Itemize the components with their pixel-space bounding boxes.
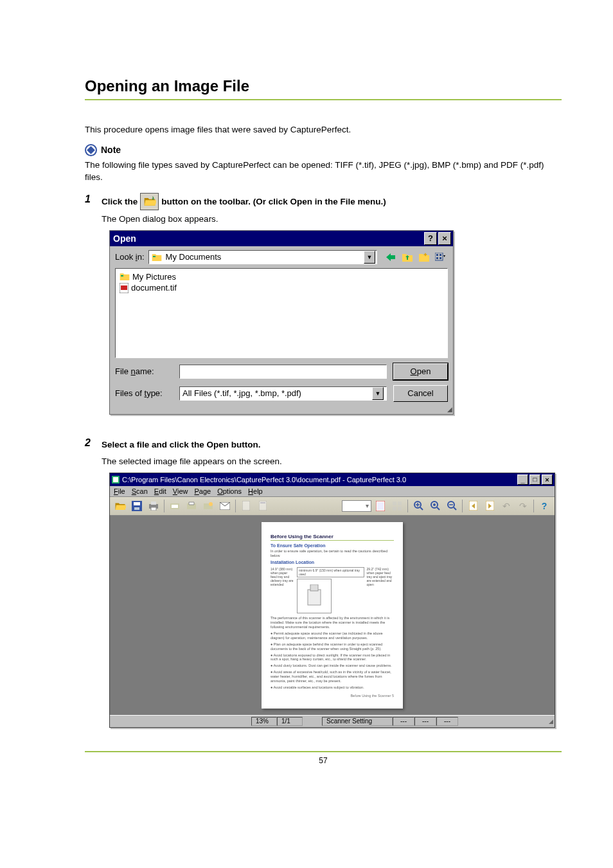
step1-sub: The Open dialog box appears. [102,214,562,224]
tb-scan3-icon[interactable] [200,499,216,513]
tb-mail-icon[interactable] [217,499,233,513]
svg-rect-42 [308,590,321,605]
filetype-label: Files of type: [115,388,173,398]
tb-open-icon[interactable] [112,499,128,513]
svg-rect-14 [151,507,156,511]
document-page: Before Using the Scanner To Ensure Safe … [262,522,403,709]
folder-icon [120,272,130,281]
up-one-level-button[interactable] [400,250,414,264]
tb-scan2-icon[interactable] [184,499,199,513]
doc-b4: ● Avoid dusty locations. Dust can get in… [271,664,394,668]
svg-rect-43 [310,584,318,591]
tb-zoom-fit-icon[interactable] [427,499,443,513]
doc-h1: Before Using the Scanner [271,534,394,541]
doc-b3: ● Avoid locations exposed to direct sunl… [271,653,394,662]
app-toolbar: ▾ ↶ ↷ ? [110,497,555,516]
cancel-button[interactable]: Cancel [393,385,448,402]
filetype-value: All Files (*.tif, *.jpg, *.bmp, *.pdf) [182,388,301,398]
status-zoom: 13% [251,717,277,726]
status-d1: --- [393,717,414,726]
list-item[interactable]: document.tif [120,282,443,294]
tb-prev-icon[interactable] [465,499,481,513]
svg-point-36 [433,503,436,506]
step2-number: 2 [85,437,94,449]
menu-page[interactable]: Page [194,487,211,495]
doc-box-top: minimum 6.9" (150 mm) when optional tray… [297,567,364,577]
close-button[interactable]: × [542,475,553,485]
tb-zoom-out-icon[interactable] [444,499,459,513]
doc-b5: ● Avoid areas of excessive heat/cold, su… [271,670,394,683]
svg-rect-29 [398,507,402,511]
resize-grip[interactable]: ◢ [110,407,453,414]
tb-zoom-in-icon[interactable] [411,499,426,513]
step1-number: 1 [85,193,94,205]
tb-rotate-l-icon[interactable]: ↶ [499,499,514,513]
intro-text: This procedure opens image files that we… [85,123,562,136]
file-list[interactable]: My Pictures document.tif [115,268,448,358]
open-button[interactable]: Open [393,363,448,380]
dialog-close-button[interactable]: × [438,232,451,245]
minimize-button[interactable]: _ [517,475,528,485]
tb-next-icon[interactable] [482,499,497,513]
zoom-combo[interactable]: ▾ [342,500,371,512]
doc-b1: ● Permit adequate space around the scann… [271,631,394,640]
menu-options[interactable]: Options [217,487,242,495]
svg-rect-4 [440,257,441,259]
list-item-label: My Pictures [132,272,176,282]
view-menu-button[interactable] [434,250,448,264]
app-icon [112,476,120,484]
tb-rotate-r-icon[interactable]: ↷ [515,499,531,513]
doc-p1: In order to ensure safe operation, be ce… [271,549,394,558]
filetype-combo[interactable]: All Files (*.tif, *.jpg, *.bmp, *.pdf) ▼ [179,386,387,401]
list-item[interactable]: My Pictures [120,271,443,282]
look-in-combo[interactable]: My Documents ▼ [148,250,377,264]
menu-edit[interactable]: Edit [154,487,166,495]
note-label: Note [101,145,121,155]
combo-dropdown-icon[interactable]: ▼ [364,251,375,264]
doc-p2: The performance of this scanner is affec… [271,616,394,629]
svg-rect-13 [151,502,156,505]
doc-b6: ● Avoid unstable surfaces and locations … [271,685,394,690]
svg-line-35 [437,507,440,510]
document-viewport[interactable]: Before Using the Scanner To Ensure Safe … [110,516,555,715]
dialog-title: Open [113,233,424,244]
tb-help-icon[interactable]: ? [537,499,552,513]
svg-rect-25 [377,502,384,510]
list-item-label: document.tif [131,283,177,293]
title-rule [85,99,562,100]
combo-dropdown-icon[interactable]: ▼ [372,387,384,400]
tb-grid-icon[interactable] [389,499,405,513]
tb-doc-icon[interactable] [238,499,254,513]
filename-input[interactable] [179,365,387,379]
menu-file[interactable]: File [114,487,125,495]
tb-fitpage-icon[interactable] [373,499,388,513]
tb-scan1-icon[interactable] [167,499,182,513]
new-folder-button[interactable] [417,250,431,264]
file-icon [120,283,129,293]
tb-doc2-icon[interactable] [255,499,271,513]
svg-rect-2 [440,254,441,256]
svg-rect-3 [436,257,438,259]
doc-h2a: To Ensure Safe Operation [271,543,394,548]
svg-rect-6 [121,285,127,290]
footer-rule [85,751,562,752]
menu-help[interactable]: Help [248,487,263,495]
look-in-value: My Documents [166,252,360,262]
menu-view[interactable]: View [173,487,188,495]
doc-side-l: 14.9" (380 mm) when paper feed tray and … [271,567,294,586]
resize-grip[interactable]: ◢ [547,718,555,725]
doc-foot: Before Using the Scanner 5 [271,694,394,698]
doc-h2b: Installation Location [271,560,394,565]
tb-print-icon[interactable] [146,499,161,513]
maximize-button[interactable]: □ [529,475,540,485]
tb-save-icon[interactable] [129,499,145,513]
note-text: The following file types saved by Captur… [85,159,562,184]
app-menubar: File Scan Edit View Page Options Help [110,486,555,497]
status-d2: --- [414,717,436,726]
menu-scan[interactable]: Scan [132,487,148,495]
back-button[interactable] [384,250,398,264]
doc-side-r: 29.2" (742 mm) when paper feed tray and … [367,567,394,586]
dialog-help-button[interactable]: ? [424,232,437,245]
svg-rect-0 [435,253,443,260]
doc-b2: ● Plan on adequate space behind the scan… [271,642,394,651]
